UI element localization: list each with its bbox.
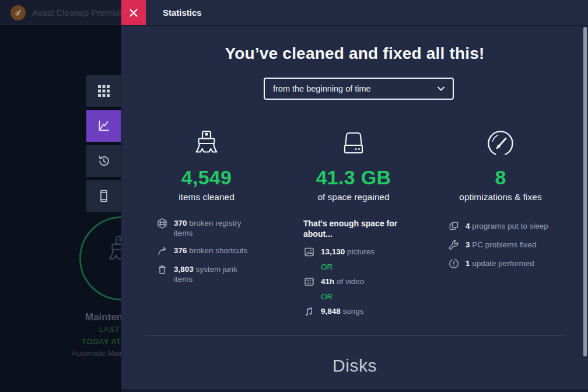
detail-count: 9,848	[321, 307, 341, 316]
detail-label: programs put to sleep	[472, 222, 548, 230]
detail-update-performed: 1 update performed	[448, 258, 574, 270]
optimizations-details: 4 programs put to sleep 3 PC problems fi…	[427, 221, 574, 277]
sidebar	[86, 75, 121, 212]
detail-count: 1	[466, 259, 470, 268]
detail-system-junk: 3,803 system junk items	[156, 264, 280, 284]
maintenance-today-at: TODAY AT	[82, 337, 121, 346]
detail-songs: 9,848 songs	[303, 306, 427, 317]
detail-count: 13,130	[321, 247, 345, 256]
detail-problems-fixed: 3 PC problems fixed	[448, 240, 574, 251]
alert-circle-icon	[448, 258, 460, 270]
detail-pictures: 13,130 pictures	[303, 247, 427, 258]
detail-label: broken shortcuts	[189, 246, 247, 255]
music-note-icon	[303, 306, 315, 317]
film-icon	[303, 276, 315, 288]
optimizations-value: 8	[495, 167, 506, 187]
detail-count: 3	[466, 240, 470, 249]
phone-icon	[96, 188, 111, 204]
stat-items-cleaned: 4,549 items cleaned 370 broken registry …	[133, 128, 280, 322]
history-icon	[96, 153, 111, 169]
items-cleaned-caption: items cleaned	[178, 192, 235, 202]
detail-count: 3,803	[174, 265, 194, 274]
time-period-value: from the beginning of time	[273, 84, 371, 93]
stat-space-regained: 41.3 GB of space regained That's enough …	[280, 128, 427, 322]
detail-label: pictures	[347, 247, 374, 256]
headline: You’ve cleaned and fixed all this!	[121, 44, 588, 63]
detail-count: 376	[174, 246, 187, 255]
detail-count: 4	[466, 222, 470, 230]
items-cleaned-value: 4,549	[181, 167, 232, 187]
disks-section-title: Disks	[121, 356, 588, 376]
or-label: OR	[321, 262, 427, 271]
shortcut-arrow-icon	[156, 245, 168, 257]
detail-label: update performed	[472, 259, 534, 268]
statistics-panel: Statistics You’ve cleaned and fixed all …	[121, 0, 588, 392]
windows-stack-icon	[448, 220, 460, 232]
space-regained-caption: of space regained	[317, 192, 389, 202]
sidebar-item-mobile[interactable]	[86, 180, 121, 212]
space-intro: That's enough space for about...	[303, 218, 404, 239]
close-button[interactable]	[121, 0, 146, 25]
app-title: Avast Cleanup Premium	[32, 8, 126, 18]
stat-optimizations: 8 optimizations & fixes 4 programs put t…	[427, 128, 574, 322]
broom-icon	[191, 128, 222, 160]
detail-label: PC problems fixed	[472, 240, 536, 249]
or-label: OR	[321, 292, 427, 301]
space-regained-details: That's enough space for about... 13,130 …	[280, 218, 427, 322]
registry-icon	[156, 218, 168, 229]
section-divider	[145, 335, 565, 335]
detail-broken-shortcuts: 376 broken shortcuts	[156, 246, 280, 257]
grid-icon	[96, 83, 111, 99]
time-period-dropdown[interactable]: from the beginning of time	[264, 78, 454, 100]
close-icon	[130, 9, 138, 17]
optimizations-caption: optimizations & fixes	[459, 192, 541, 202]
line-chart-icon	[96, 118, 111, 134]
chevron-down-icon	[438, 86, 444, 91]
sidebar-item-history[interactable]	[86, 145, 121, 177]
detail-count: 370	[174, 219, 187, 228]
space-regained-value: 41.3 GB	[316, 167, 391, 187]
detail-label: of video	[337, 277, 364, 286]
hard-drive-icon	[338, 128, 369, 160]
detail-video: 41h of video	[303, 276, 427, 288]
scrollbar-thumb[interactable]	[583, 27, 587, 356]
picture-icon	[303, 246, 315, 258]
statistics-header: Statistics	[121, 0, 588, 26]
sidebar-item-dashboard[interactable]	[86, 75, 121, 107]
detail-broken-registry: 370 broken registry items	[156, 218, 280, 238]
page-title: Statistics	[146, 0, 202, 25]
trash-bin-icon	[156, 264, 168, 275]
detail-label: songs	[343, 307, 364, 316]
speedometer-icon	[485, 128, 516, 160]
detail-count: 41h	[321, 277, 334, 286]
items-cleaned-details: 370 broken registry items 376 broken sho…	[133, 218, 280, 292]
detail-programs-sleep: 4 programs put to sleep	[448, 221, 574, 232]
wrench-icon	[448, 239, 460, 251]
sidebar-item-statistics[interactable]	[86, 110, 121, 142]
stats-row: 4,549 items cleaned 370 broken registry …	[133, 128, 574, 322]
avast-logo-icon	[10, 5, 26, 20]
